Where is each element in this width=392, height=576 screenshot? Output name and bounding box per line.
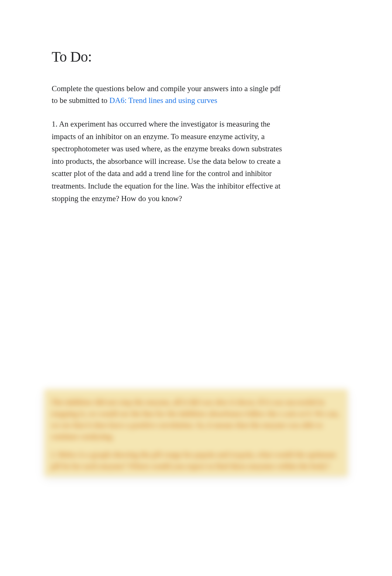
question-1-text: An experiment has occurred where the inv… — [52, 120, 282, 203]
blurred-question-2: 2. Below is a graph showing the pH range… — [51, 449, 341, 472]
blurred-answer-box: The inhibitor did not stop the enzyme, a… — [44, 389, 348, 476]
blurred-answer-1: The inhibitor did not stop the enzyme, a… — [51, 397, 341, 442]
page-heading: To Do: — [52, 48, 284, 65]
question-1: 1. An experiment has occurred where the … — [52, 118, 284, 205]
intro-paragraph: Complete the questions below and compile… — [52, 83, 284, 106]
assignment-link[interactable]: DA6: Trend lines and using curves — [109, 96, 217, 105]
question-1-number: 1. — [52, 120, 59, 128]
chart-placeholder — [0, 212, 392, 389]
